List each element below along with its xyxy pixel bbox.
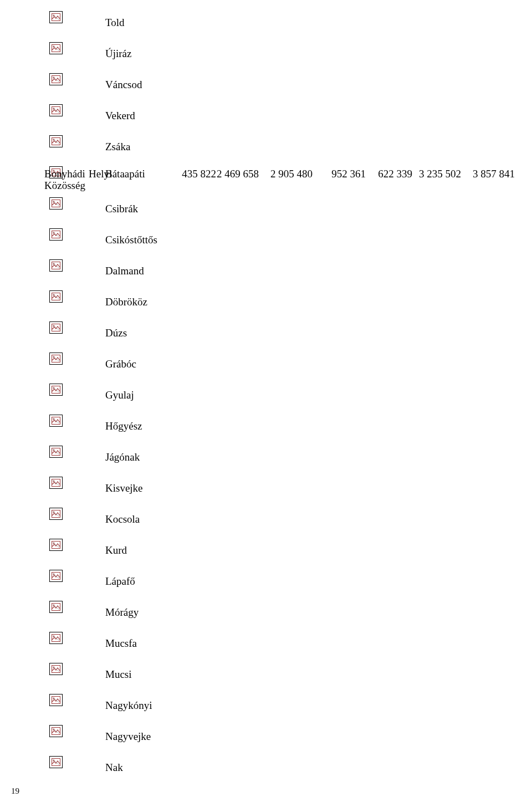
community-item: Kurd [105, 544, 127, 556]
data-value: 435 822 [182, 168, 216, 180]
image-placeholder [49, 135, 63, 147]
broken-image-icon [52, 510, 60, 518]
image-placeholder [49, 508, 63, 520]
broken-image-icon [52, 758, 60, 766]
broken-image-icon [52, 386, 60, 394]
image-placeholder [49, 756, 63, 768]
broken-image-icon [52, 44, 60, 52]
image-placeholder [49, 353, 63, 365]
image-placeholder [49, 321, 63, 334]
image-placeholder [49, 601, 63, 613]
broken-image-icon [52, 417, 60, 425]
community-item: Újiráz [105, 48, 131, 60]
data-value: 3 235 502 [419, 168, 461, 180]
image-placeholder [49, 415, 63, 427]
broken-image-icon [52, 262, 60, 269]
broken-image-icon [52, 75, 60, 83]
broken-image-icon [52, 355, 60, 362]
image-placeholder [49, 384, 63, 396]
community-item: Jágónak [105, 451, 140, 463]
broken-image-icon [52, 727, 60, 735]
community-item: Hőgyész [105, 420, 142, 432]
broken-image-icon [52, 324, 60, 331]
community-item: Döbrököz [105, 296, 147, 308]
community-name-line2: Közösség [44, 180, 85, 192]
community-item: Dúzs [105, 327, 127, 339]
image-placeholder [49, 42, 63, 54]
community-item: Mucsfa [105, 637, 137, 650]
image-placeholder [49, 570, 63, 582]
broken-image-icon [52, 603, 60, 611]
community-item: Grábóc [105, 358, 136, 370]
broken-image-icon [52, 634, 60, 642]
community-item: Zsáka [105, 141, 130, 153]
data-value: 3 857 841 [473, 168, 515, 180]
data-value: 622 339 [378, 168, 412, 180]
broken-image-icon [52, 293, 60, 300]
community-item: Kocsola [105, 513, 140, 525]
image-placeholder [49, 446, 63, 458]
broken-image-icon [52, 448, 60, 456]
image-placeholder [49, 197, 63, 210]
image-placeholder [49, 539, 63, 551]
community-name-line1: Bonyhádi [44, 168, 85, 180]
community-item: Nagyvejke [105, 731, 151, 743]
image-placeholder [49, 228, 63, 241]
community-item: Vekerd [105, 110, 135, 122]
image-placeholder [49, 73, 63, 85]
broken-image-icon [52, 665, 60, 673]
community-item: Nak [105, 762, 123, 774]
image-placeholder [49, 290, 63, 303]
broken-image-icon [52, 13, 60, 21]
community-item: Mucsi [105, 668, 132, 681]
image-placeholder [49, 11, 63, 23]
community-item: Nagykónyi [105, 699, 152, 712]
community-item: Gyulaj [105, 389, 134, 401]
image-placeholder [49, 632, 63, 644]
broken-image-icon [52, 200, 60, 207]
broken-image-icon [52, 106, 60, 114]
community-item: Csibrák [105, 203, 138, 215]
broken-image-icon [52, 696, 60, 704]
broken-image-icon [52, 231, 60, 238]
image-placeholder [49, 104, 63, 116]
community-item: Bátaapáti [105, 168, 145, 180]
image-placeholder [49, 725, 63, 737]
community-item: Told [105, 17, 125, 29]
image-placeholder [49, 663, 63, 675]
data-value: 952 361 [331, 168, 366, 180]
broken-image-icon [52, 137, 60, 145]
community-item: Dalmand [105, 265, 144, 277]
image-placeholder [49, 259, 63, 272]
page-number: 19 [11, 786, 19, 796]
document-page: 19 ToldÚjirázVáncsodVekerdZsáka Bonyhádi… [0, 0, 532, 807]
community-item: Mórágy [105, 606, 139, 619]
community-item: Váncsod [105, 79, 142, 91]
community-item: Lápafő [105, 575, 135, 588]
data-value: 2 905 480 [270, 168, 313, 180]
community-item: Csikóstőttős [105, 234, 157, 246]
image-placeholder [49, 694, 63, 706]
broken-image-icon [52, 541, 60, 549]
data-value: 2 469 658 [217, 168, 259, 180]
broken-image-icon [52, 479, 60, 487]
broken-image-icon [52, 572, 60, 580]
community-item: Kisvejke [105, 482, 143, 494]
image-placeholder [49, 477, 63, 489]
